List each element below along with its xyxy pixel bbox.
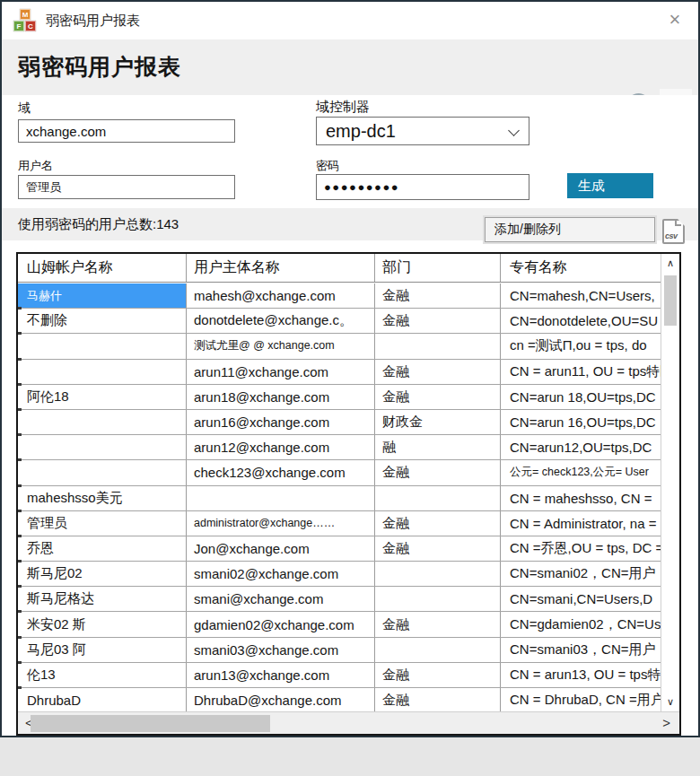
cell-dn[interactable]: CN=arun 18,OU=tps,DC [501, 385, 661, 409]
cell-department[interactable]: 金融 [375, 385, 501, 409]
cell-sam[interactable]: DhrubaD [18, 688, 187, 711]
cell-sam[interactable] [18, 460, 187, 484]
cell-upn[interactable]: check123@xchange.com [187, 460, 375, 484]
cell-sam[interactable] [18, 435, 187, 459]
cell-department[interactable] [375, 562, 501, 586]
vertical-scrollbar[interactable]: ∧ ∨ [661, 254, 679, 711]
cell-sam[interactable]: 不删除 [18, 309, 187, 333]
table-row[interactable]: 管理员administrator@xchange……金融CN = Adminis… [18, 511, 661, 536]
table-row[interactable]: 马尼03 阿smani03@xchange.com CN=smani03，CN=… [18, 638, 661, 663]
cell-sam[interactable]: 乔恩 [18, 536, 187, 561]
cell-dn[interactable]: CN=arun12,OU=tps,DC [501, 435, 661, 459]
cell-sam[interactable]: 管理员 [18, 511, 187, 536]
cell-department[interactable]: 金融 [375, 688, 501, 711]
cell-sam[interactable] [18, 360, 187, 384]
cell-upn[interactable] [187, 486, 375, 510]
username-input[interactable] [18, 175, 235, 199]
cell-upn[interactable]: smani03@xchange.com [187, 638, 375, 662]
cell-upn[interactable]: arun11@xchange.com [187, 360, 375, 384]
cell-dn[interactable]: CN = DhrubaD, CN =用户 [501, 688, 661, 711]
table-row[interactable]: maheshsso美元CN = maheshsso, CN = [18, 486, 661, 511]
cell-dn[interactable]: CN = arun11, OU = tps特区 [501, 360, 661, 384]
cell-department[interactable]: 金融 [375, 360, 501, 384]
table-row[interactable]: 米安02 斯gdamien02@xchange.com金融CN=gdamien0… [18, 612, 661, 637]
horizontal-scrollbar[interactable]: < > [18, 711, 679, 734]
cell-sam[interactable]: 米安02 斯 [18, 612, 187, 636]
cell-department[interactable]: 金融 [375, 612, 501, 636]
cell-department[interactable] [375, 638, 501, 662]
table-row[interactable]: 伦13arun13@xchange.com金融CN = arun13, OU =… [18, 663, 661, 688]
domain-input[interactable] [18, 119, 235, 143]
cell-upn[interactable]: DhrubaD@xchange.com [187, 688, 375, 711]
table-row[interactable]: DhrubaDDhrubaD@xchange.com金融CN = DhrubaD… [18, 688, 661, 711]
table-row[interactable]: arun16@xchange.com财政金CN=arun 16,OU=tps,D… [18, 410, 661, 435]
cell-sam[interactable] [18, 334, 187, 358]
cell-dn[interactable]: CN=mahesh,CN=Users, [501, 283, 661, 308]
cell-upn[interactable]: arun18@xchange.com [187, 385, 375, 409]
cell-department[interactable]: 金融 [375, 460, 501, 484]
cell-dn[interactable]: CN=arun 16,OU=tps,DC [501, 410, 661, 434]
cell-dn[interactable]: CN=smani03，CN=用户 [501, 638, 661, 662]
cell-upn[interactable]: arun13@xchange.com [187, 663, 375, 687]
cell-department[interactable]: 金融 [375, 511, 501, 536]
cell-sam[interactable]: 马赫什 [18, 283, 187, 308]
table-row[interactable]: 阿伦18arun18@xchange.com金融CN=arun 18,OU=tp… [18, 385, 661, 410]
cell-department[interactable]: 融 [375, 435, 501, 459]
cell-upn[interactable]: mahesh@xchange.com [187, 283, 375, 308]
cell-sam[interactable] [18, 410, 187, 434]
scroll-right-icon[interactable]: > [662, 712, 670, 735]
cell-department[interactable] [375, 334, 501, 358]
cell-department[interactable]: 财政金 [375, 410, 501, 434]
cell-upn[interactable]: administrator@xchange…… [187, 511, 375, 536]
cell-dn[interactable]: CN = maheshsso, CN = [501, 486, 661, 510]
cell-sam[interactable]: maheshsso美元 [18, 486, 187, 510]
csv-export-icon[interactable]: csv [662, 219, 685, 244]
cell-upn[interactable]: Jon@xchange.com [187, 536, 375, 561]
table-row[interactable]: 不删除donotdelete@xchange.c。金融CN=donotdelet… [18, 309, 661, 334]
cell-dn[interactable]: CN = arun13, OU = tps特区 [501, 663, 661, 687]
cell-dn[interactable]: CN=donotdelete,OU=SU [501, 309, 661, 333]
cell-upn[interactable]: arun16@xchange.com [187, 410, 375, 434]
cell-dn[interactable]: 公元= check123,公元= User [501, 460, 661, 484]
column-header-sam[interactable]: 山姆帐户名称 [18, 254, 187, 282]
cell-upn[interactable]: donotdelete@xchange.c。 [187, 309, 375, 333]
close-icon[interactable]: × [662, 8, 687, 33]
add-remove-columns-button[interactable]: 添加/删除列 [485, 217, 655, 242]
cell-dn[interactable]: CN=smani02，CN=用户 [501, 562, 661, 586]
table-row[interactable]: 斯马尼02smani02@xchange.comCN=smani02，CN=用户 [18, 562, 661, 587]
table-row[interactable]: arun12@xchange.com融CN=arun12,OU=tps,DC [18, 435, 661, 460]
horizontal-scroll-thumb[interactable] [31, 715, 270, 732]
table-row[interactable]: 马赫什mahesh@xchange.com金融CN=mahesh,CN=User… [18, 283, 661, 309]
cell-sam[interactable]: 阿伦18 [18, 385, 187, 409]
cell-upn[interactable]: arun12@xchange.com [187, 435, 375, 459]
cell-upn[interactable]: smani@xchange.com [187, 587, 375, 611]
password-input[interactable] [316, 174, 529, 200]
cell-upn[interactable]: gdamien02@xchange.com [187, 612, 375, 636]
cell-dn[interactable]: CN=gdamien02，CN=Use [501, 612, 661, 636]
scroll-up-icon[interactable]: ∧ [661, 257, 679, 269]
cell-dn[interactable]: cn =测试Π,ou = tps, do [501, 334, 661, 358]
scroll-down-icon[interactable]: ∨ [661, 696, 679, 708]
cell-sam[interactable]: 斯马尼02 [18, 562, 187, 586]
table-row[interactable]: arun11@xchange.com金融CN = arun11, OU = tp… [18, 360, 661, 385]
cell-dn[interactable]: CN=smani,CN=Users,D [501, 587, 661, 611]
cell-upn[interactable]: 测试尤里@ @ xchange.com [187, 334, 375, 358]
domain-controller-select[interactable]: emp-dc1 [316, 117, 529, 145]
column-header-dn[interactable]: 专有名称 [501, 254, 661, 282]
table-row[interactable]: check123@xchange.com金融公元= check123,公元= U… [18, 460, 661, 485]
cell-sam[interactable]: 马尼03 阿 [18, 638, 187, 662]
table-row[interactable]: 测试尤里@ @ xchange.comcn =测试Π,ou = tps, do [18, 334, 661, 359]
cell-department[interactable]: 金融 [375, 663, 501, 687]
cell-department[interactable] [375, 587, 501, 611]
cell-sam[interactable]: 伦13 [18, 663, 187, 687]
table-row[interactable]: 斯马尼格达smani@xchange.comCN=smani,CN=Users,… [18, 587, 661, 612]
column-header-department[interactable]: 部门 [375, 254, 501, 282]
cell-department[interactable]: 金融 [375, 536, 501, 561]
cell-department[interactable] [375, 486, 501, 510]
cell-upn[interactable]: smani02@xchange.com [187, 562, 375, 586]
vertical-scroll-thumb[interactable] [664, 275, 677, 326]
cell-department[interactable]: 金融 [375, 283, 501, 308]
column-header-upn[interactable]: 用户主体名称 [187, 254, 375, 282]
cell-sam[interactable]: 斯马尼格达 [18, 587, 187, 611]
cell-dn[interactable]: CN =乔恩,OU = tps, DC =我 [501, 536, 661, 561]
